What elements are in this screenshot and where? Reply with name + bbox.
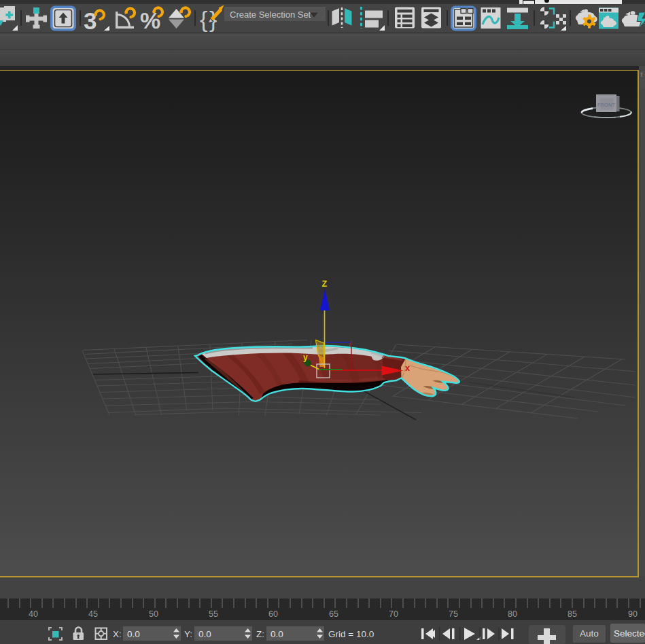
svg-text:y: y [303, 353, 308, 362]
svg-text:65: 65 [329, 609, 338, 619]
svg-text:Y:: Y: [184, 629, 192, 639]
svg-text:%: % [140, 7, 160, 33]
svg-text:40: 40 [29, 609, 38, 619]
svg-text:50: 50 [149, 609, 158, 619]
svg-text:Selected: Selected [614, 628, 645, 639]
svg-text:{: { [200, 6, 207, 32]
svg-text:75: 75 [449, 609, 458, 619]
svg-text:0.0: 0.0 [271, 629, 283, 639]
svg-text:Z:: Z: [256, 629, 264, 639]
svg-text:Z: Z [322, 279, 328, 289]
svg-text:0.0: 0.0 [127, 629, 140, 639]
svg-text:55: 55 [209, 609, 218, 619]
svg-text:x: x [405, 363, 410, 373]
svg-text:45: 45 [88, 609, 98, 619]
svg-text:Grid = 10.0: Grid = 10.0 [328, 629, 374, 639]
svg-text:Create Selection Set: Create Selection Set [230, 10, 311, 20]
svg-text:80: 80 [508, 609, 517, 619]
svg-text:FRONT: FRONT [597, 102, 616, 108]
svg-text:3: 3 [84, 7, 97, 33]
svg-text:60: 60 [268, 609, 278, 619]
svg-text:Auto: Auto [580, 628, 599, 639]
svg-text:85: 85 [568, 609, 577, 619]
svg-text:70: 70 [389, 609, 398, 619]
svg-text:X:: X: [113, 629, 122, 639]
svg-text:90: 90 [628, 609, 638, 619]
svg-text:0.0: 0.0 [198, 629, 211, 639]
